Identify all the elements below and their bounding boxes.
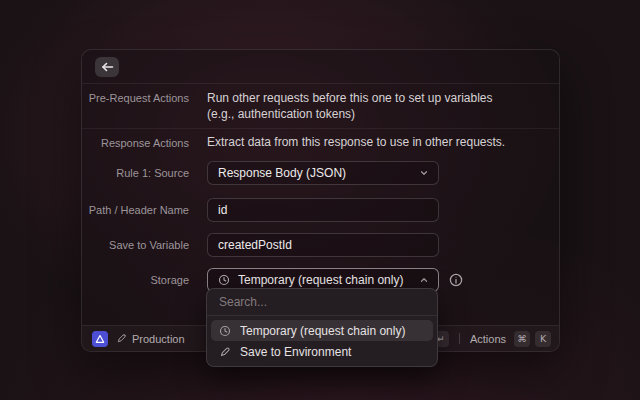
pre-request-actions-description: Run other requests before this one to se… [207,91,493,122]
window-header [82,50,559,84]
actions-label[interactable]: Actions [470,333,506,345]
request-settings-window: Pre-Request Actions Run other requests b… [81,49,560,352]
option-save-to-environment[interactable]: Save to Environment [211,341,433,362]
variable-input[interactable] [208,234,438,256]
pen-icon [116,333,127,344]
response-actions-description: Extract data from this response to use i… [207,135,505,151]
dropdown-search-wrap [207,289,437,316]
option-temporary[interactable]: Temporary (request chain only) [211,320,433,341]
pen-icon [219,346,231,358]
variable-row: Save to Variable [82,233,559,257]
storage-select-value: Temporary (request chain only) [238,273,403,287]
source-select-value: Response Body (JSON) [218,166,346,180]
path-label: Path / Header Name [82,203,189,218]
path-field-wrap [207,198,439,222]
info-icon[interactable] [449,273,463,287]
back-button[interactable] [95,57,119,77]
path-row: Path / Header Name [82,198,559,222]
footer-divider [459,333,460,344]
chevron-up-icon [419,275,429,285]
app-logo[interactable] [92,331,108,347]
settings-form: Pre-Request Actions Run other requests b… [82,83,559,292]
response-actions-section: Response Actions Extract data from this … [82,135,559,151]
option-label: Temporary (request chain only) [240,324,405,338]
arrow-left-icon [101,61,114,73]
variable-label: Save to Variable [82,238,189,253]
environment-name: Production [132,333,185,345]
dropdown-options: Temporary (request chain only) Save to E… [207,316,437,366]
rule-source-label: Rule 1: Source [82,166,189,181]
option-label: Save to Environment [240,345,351,359]
environment-selector[interactable]: Production [116,333,185,345]
clock-icon [218,274,230,286]
variable-field-wrap [207,233,439,257]
storage-label: Storage [82,273,189,288]
dropdown-search-input[interactable] [207,289,437,315]
clock-icon [219,325,231,337]
rule-source-row: Rule 1: Source Response Body (JSON) [82,161,559,185]
storage-dropdown-menu: Temporary (request chain only) Save to E… [206,288,438,367]
source-select[interactable]: Response Body (JSON) [207,161,439,185]
pre-request-actions-section: Pre-Request Actions Run other requests b… [82,83,559,129]
path-input[interactable] [208,199,438,221]
k-key: K [535,331,551,347]
pre-request-actions-label: Pre-Request Actions [82,91,189,106]
chevron-down-icon [419,168,429,178]
response-actions-label: Response Actions [82,136,189,151]
command-key: ⌘ [514,331,530,347]
